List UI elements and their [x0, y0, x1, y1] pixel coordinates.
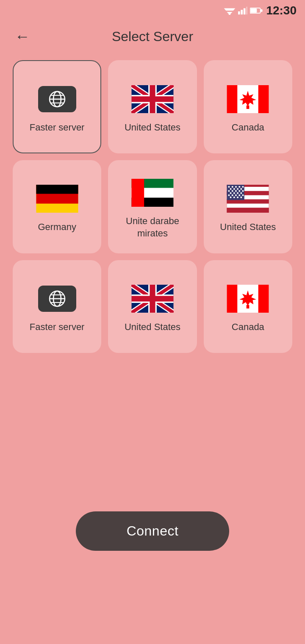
svg-point-61 — [237, 192, 238, 194]
faster-server-icon — [38, 86, 76, 112]
svg-point-62 — [241, 192, 242, 194]
svg-point-52 — [237, 188, 238, 190]
svg-point-56 — [235, 190, 237, 192]
svg-rect-43 — [227, 208, 269, 213]
svg-rect-5 — [241, 10, 243, 14]
svg-rect-26 — [227, 85, 238, 113]
canada-flag-container — [227, 84, 269, 114]
server-label: United States — [125, 122, 180, 134]
svg-rect-9 — [251, 9, 257, 13]
page-title: Select Server — [112, 29, 193, 44]
svg-rect-85 — [131, 296, 173, 302]
uk-flag-icon — [131, 85, 174, 113]
canada-flag-icon — [227, 85, 269, 113]
connect-button-container: Connect — [0, 511, 305, 551]
uk-flag-icon-2 — [131, 285, 174, 313]
status-bar: 12:30 — [0, 0, 305, 21]
server-grid: Faster server United States — [0, 56, 305, 357]
canada-flag-container-2 — [227, 284, 269, 314]
svg-rect-10 — [261, 9, 263, 11]
svg-point-55 — [232, 190, 233, 192]
svg-point-49 — [242, 186, 244, 188]
svg-point-60 — [233, 192, 235, 194]
server-card-faster-2[interactable]: Faster server — [13, 260, 101, 353]
svg-rect-32 — [36, 185, 78, 194]
server-label: Germany — [38, 221, 76, 233]
globe-icon-2 — [48, 289, 67, 308]
svg-point-48 — [239, 186, 241, 188]
faster-server-icon-container — [36, 84, 78, 114]
svg-point-67 — [242, 194, 244, 196]
connect-button[interactable]: Connect — [76, 511, 230, 551]
server-card-germany[interactable]: Germany — [13, 160, 101, 253]
uk-flag-container-2 — [131, 284, 174, 314]
svg-point-47 — [235, 186, 237, 188]
svg-point-50 — [230, 188, 232, 190]
svg-rect-4 — [238, 11, 240, 14]
svg-point-71 — [241, 197, 242, 198]
svg-rect-88 — [258, 285, 269, 313]
svg-rect-29 — [247, 105, 250, 108]
svg-point-46 — [232, 186, 233, 188]
page-header: ← Select Server — [0, 21, 305, 56]
svg-point-64 — [232, 194, 233, 196]
time-display: 12:30 — [266, 4, 297, 17]
uae-flag-container — [131, 178, 174, 208]
server-card-uae[interactable]: Unite darabe mirates — [108, 160, 197, 253]
server-card-canada-1[interactable]: Canada — [204, 60, 292, 153]
usa-flag-container — [227, 184, 269, 214]
uae-flag-icon — [131, 179, 174, 207]
server-label: United States — [220, 221, 276, 233]
battery-icon — [250, 7, 263, 14]
svg-point-53 — [241, 188, 242, 190]
svg-point-45 — [228, 186, 230, 188]
germany-flag-container — [36, 184, 78, 214]
usa-flag-icon — [227, 185, 269, 213]
back-button[interactable]: ← — [13, 25, 32, 47]
svg-point-59 — [230, 192, 232, 194]
server-label: Unite darabe mirates — [112, 215, 192, 239]
uk-flag-container — [131, 84, 174, 114]
svg-rect-6 — [244, 8, 246, 15]
server-label: Canada — [232, 122, 264, 134]
svg-point-51 — [233, 188, 235, 190]
svg-rect-27 — [258, 85, 269, 113]
svg-rect-7 — [247, 7, 248, 14]
faster-server-icon-container-2 — [36, 284, 78, 314]
svg-point-54 — [228, 190, 230, 192]
server-card-uk-1[interactable]: United States — [108, 60, 197, 153]
svg-point-66 — [239, 194, 241, 196]
server-card-uk-2[interactable]: United States — [108, 260, 197, 353]
back-arrow-icon: ← — [15, 28, 30, 45]
svg-point-65 — [235, 194, 237, 196]
germany-flag-icon — [36, 185, 78, 213]
server-card-canada-2[interactable]: Canada — [204, 260, 292, 353]
server-label: Faster server — [30, 321, 85, 333]
svg-rect-42 — [227, 204, 269, 208]
server-label: Faster server — [30, 122, 85, 134]
faster-server-icon-2 — [38, 286, 76, 312]
server-card-usa[interactable]: United States — [204, 160, 292, 253]
svg-rect-36 — [131, 179, 144, 207]
svg-point-69 — [233, 197, 235, 198]
svg-point-68 — [230, 197, 232, 198]
svg-rect-87 — [227, 285, 238, 313]
globe-icon — [48, 90, 67, 108]
server-label: United States — [125, 321, 180, 333]
canada-flag-icon-2 — [227, 285, 269, 313]
svg-point-58 — [242, 190, 244, 192]
svg-point-57 — [239, 190, 241, 192]
status-icons — [224, 6, 263, 15]
server-card-faster-1[interactable]: Faster server — [13, 60, 101, 153]
svg-point-63 — [228, 194, 230, 196]
wifi-icon — [224, 6, 236, 15]
svg-rect-90 — [247, 305, 250, 308]
svg-point-70 — [237, 197, 238, 198]
signal-icon — [238, 6, 247, 15]
svg-rect-24 — [131, 96, 173, 102]
server-label: Canada — [232, 321, 264, 333]
